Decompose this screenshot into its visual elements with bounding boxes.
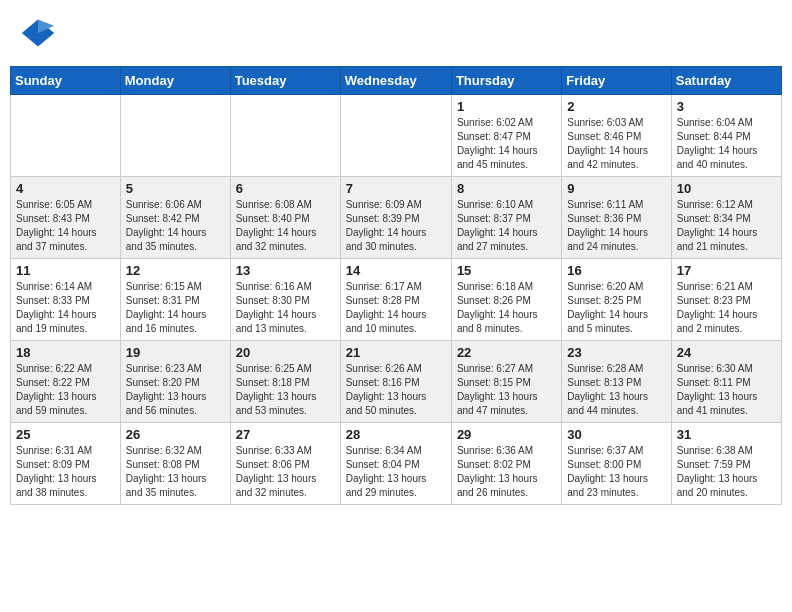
calendar-cell: 5Sunrise: 6:06 AM Sunset: 8:42 PM Daylig… (120, 177, 230, 259)
day-info: Sunrise: 6:28 AM Sunset: 8:13 PM Dayligh… (567, 362, 665, 418)
calendar-week-row: 25Sunrise: 6:31 AM Sunset: 8:09 PM Dayli… (11, 423, 782, 505)
calendar-cell: 25Sunrise: 6:31 AM Sunset: 8:09 PM Dayli… (11, 423, 121, 505)
day-info: Sunrise: 6:14 AM Sunset: 8:33 PM Dayligh… (16, 280, 115, 336)
day-number: 12 (126, 263, 225, 278)
weekday-header: Wednesday (340, 67, 451, 95)
day-info: Sunrise: 6:10 AM Sunset: 8:37 PM Dayligh… (457, 198, 556, 254)
calendar-week-row: 18Sunrise: 6:22 AM Sunset: 8:22 PM Dayli… (11, 341, 782, 423)
day-info: Sunrise: 6:12 AM Sunset: 8:34 PM Dayligh… (677, 198, 776, 254)
day-number: 20 (236, 345, 335, 360)
calendar-cell: 9Sunrise: 6:11 AM Sunset: 8:36 PM Daylig… (562, 177, 671, 259)
day-number: 3 (677, 99, 776, 114)
calendar-cell (120, 95, 230, 177)
day-info: Sunrise: 6:04 AM Sunset: 8:44 PM Dayligh… (677, 116, 776, 172)
logo (20, 15, 60, 51)
page-header (10, 10, 782, 56)
day-number: 22 (457, 345, 556, 360)
day-number: 8 (457, 181, 556, 196)
calendar-cell: 31Sunrise: 6:38 AM Sunset: 7:59 PM Dayli… (671, 423, 781, 505)
day-number: 30 (567, 427, 665, 442)
day-info: Sunrise: 6:33 AM Sunset: 8:06 PM Dayligh… (236, 444, 335, 500)
calendar-cell: 18Sunrise: 6:22 AM Sunset: 8:22 PM Dayli… (11, 341, 121, 423)
day-number: 10 (677, 181, 776, 196)
weekday-header: Thursday (451, 67, 561, 95)
calendar-week-row: 11Sunrise: 6:14 AM Sunset: 8:33 PM Dayli… (11, 259, 782, 341)
calendar-cell: 10Sunrise: 6:12 AM Sunset: 8:34 PM Dayli… (671, 177, 781, 259)
day-info: Sunrise: 6:37 AM Sunset: 8:00 PM Dayligh… (567, 444, 665, 500)
calendar-cell: 23Sunrise: 6:28 AM Sunset: 8:13 PM Dayli… (562, 341, 671, 423)
calendar-header-row: SundayMondayTuesdayWednesdayThursdayFrid… (11, 67, 782, 95)
calendar-cell (340, 95, 451, 177)
day-info: Sunrise: 6:08 AM Sunset: 8:40 PM Dayligh… (236, 198, 335, 254)
weekday-header: Saturday (671, 67, 781, 95)
day-number: 28 (346, 427, 446, 442)
day-info: Sunrise: 6:26 AM Sunset: 8:16 PM Dayligh… (346, 362, 446, 418)
day-number: 17 (677, 263, 776, 278)
day-number: 13 (236, 263, 335, 278)
calendar-cell: 28Sunrise: 6:34 AM Sunset: 8:04 PM Dayli… (340, 423, 451, 505)
calendar-cell: 27Sunrise: 6:33 AM Sunset: 8:06 PM Dayli… (230, 423, 340, 505)
day-info: Sunrise: 6:22 AM Sunset: 8:22 PM Dayligh… (16, 362, 115, 418)
calendar-cell: 1Sunrise: 6:02 AM Sunset: 8:47 PM Daylig… (451, 95, 561, 177)
day-number: 9 (567, 181, 665, 196)
weekday-header: Monday (120, 67, 230, 95)
calendar-cell (11, 95, 121, 177)
day-info: Sunrise: 6:25 AM Sunset: 8:18 PM Dayligh… (236, 362, 335, 418)
day-info: Sunrise: 6:36 AM Sunset: 8:02 PM Dayligh… (457, 444, 556, 500)
day-info: Sunrise: 6:06 AM Sunset: 8:42 PM Dayligh… (126, 198, 225, 254)
day-number: 15 (457, 263, 556, 278)
day-number: 4 (16, 181, 115, 196)
calendar-cell: 3Sunrise: 6:04 AM Sunset: 8:44 PM Daylig… (671, 95, 781, 177)
day-number: 26 (126, 427, 225, 442)
day-number: 29 (457, 427, 556, 442)
day-info: Sunrise: 6:27 AM Sunset: 8:15 PM Dayligh… (457, 362, 556, 418)
calendar-cell: 16Sunrise: 6:20 AM Sunset: 8:25 PM Dayli… (562, 259, 671, 341)
calendar-cell: 24Sunrise: 6:30 AM Sunset: 8:11 PM Dayli… (671, 341, 781, 423)
day-info: Sunrise: 6:15 AM Sunset: 8:31 PM Dayligh… (126, 280, 225, 336)
calendar-cell: 14Sunrise: 6:17 AM Sunset: 8:28 PM Dayli… (340, 259, 451, 341)
calendar-cell: 13Sunrise: 6:16 AM Sunset: 8:30 PM Dayli… (230, 259, 340, 341)
day-info: Sunrise: 6:09 AM Sunset: 8:39 PM Dayligh… (346, 198, 446, 254)
day-number: 18 (16, 345, 115, 360)
day-info: Sunrise: 6:20 AM Sunset: 8:25 PM Dayligh… (567, 280, 665, 336)
calendar-cell: 2Sunrise: 6:03 AM Sunset: 8:46 PM Daylig… (562, 95, 671, 177)
day-info: Sunrise: 6:18 AM Sunset: 8:26 PM Dayligh… (457, 280, 556, 336)
day-number: 25 (16, 427, 115, 442)
calendar-cell: 17Sunrise: 6:21 AM Sunset: 8:23 PM Dayli… (671, 259, 781, 341)
calendar-cell: 12Sunrise: 6:15 AM Sunset: 8:31 PM Dayli… (120, 259, 230, 341)
day-number: 19 (126, 345, 225, 360)
day-info: Sunrise: 6:11 AM Sunset: 8:36 PM Dayligh… (567, 198, 665, 254)
day-info: Sunrise: 6:32 AM Sunset: 8:08 PM Dayligh… (126, 444, 225, 500)
weekday-header: Friday (562, 67, 671, 95)
day-info: Sunrise: 6:34 AM Sunset: 8:04 PM Dayligh… (346, 444, 446, 500)
day-info: Sunrise: 6:21 AM Sunset: 8:23 PM Dayligh… (677, 280, 776, 336)
day-info: Sunrise: 6:16 AM Sunset: 8:30 PM Dayligh… (236, 280, 335, 336)
day-info: Sunrise: 6:30 AM Sunset: 8:11 PM Dayligh… (677, 362, 776, 418)
day-number: 24 (677, 345, 776, 360)
day-number: 7 (346, 181, 446, 196)
day-number: 23 (567, 345, 665, 360)
calendar-cell: 21Sunrise: 6:26 AM Sunset: 8:16 PM Dayli… (340, 341, 451, 423)
day-info: Sunrise: 6:03 AM Sunset: 8:46 PM Dayligh… (567, 116, 665, 172)
day-info: Sunrise: 6:31 AM Sunset: 8:09 PM Dayligh… (16, 444, 115, 500)
weekday-header: Sunday (11, 67, 121, 95)
calendar-cell: 8Sunrise: 6:10 AM Sunset: 8:37 PM Daylig… (451, 177, 561, 259)
day-number: 21 (346, 345, 446, 360)
logo-icon (20, 15, 56, 51)
calendar-cell: 26Sunrise: 6:32 AM Sunset: 8:08 PM Dayli… (120, 423, 230, 505)
calendar-cell: 20Sunrise: 6:25 AM Sunset: 8:18 PM Dayli… (230, 341, 340, 423)
calendar-cell: 19Sunrise: 6:23 AM Sunset: 8:20 PM Dayli… (120, 341, 230, 423)
day-info: Sunrise: 6:05 AM Sunset: 8:43 PM Dayligh… (16, 198, 115, 254)
day-number: 16 (567, 263, 665, 278)
day-number: 11 (16, 263, 115, 278)
day-info: Sunrise: 6:23 AM Sunset: 8:20 PM Dayligh… (126, 362, 225, 418)
calendar-week-row: 4Sunrise: 6:05 AM Sunset: 8:43 PM Daylig… (11, 177, 782, 259)
day-number: 1 (457, 99, 556, 114)
day-number: 27 (236, 427, 335, 442)
calendar-cell: 11Sunrise: 6:14 AM Sunset: 8:33 PM Dayli… (11, 259, 121, 341)
calendar-cell: 7Sunrise: 6:09 AM Sunset: 8:39 PM Daylig… (340, 177, 451, 259)
day-info: Sunrise: 6:17 AM Sunset: 8:28 PM Dayligh… (346, 280, 446, 336)
calendar-cell: 30Sunrise: 6:37 AM Sunset: 8:00 PM Dayli… (562, 423, 671, 505)
day-number: 6 (236, 181, 335, 196)
calendar-cell: 22Sunrise: 6:27 AM Sunset: 8:15 PM Dayli… (451, 341, 561, 423)
